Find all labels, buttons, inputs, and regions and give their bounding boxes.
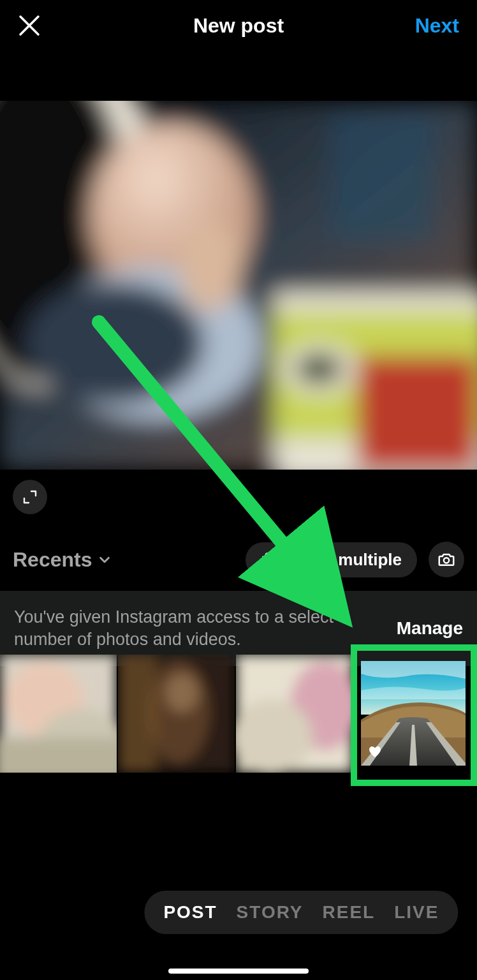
post-mode-selector: POST STORY REEL LIVE bbox=[144, 891, 458, 934]
svg-rect-3 bbox=[357, 356, 477, 470]
favorite-icon bbox=[367, 744, 383, 759]
header: New post Next bbox=[0, 0, 477, 51]
thumb-4[interactable] bbox=[361, 661, 466, 766]
svg-point-10 bbox=[26, 283, 204, 404]
mode-reel[interactable]: REEL bbox=[323, 902, 376, 923]
manage-access-button[interactable]: Manage bbox=[397, 618, 463, 639]
select-multiple-label: Select multiple bbox=[285, 550, 402, 570]
svg-point-5 bbox=[295, 353, 343, 385]
mode-live[interactable]: LIVE bbox=[394, 902, 439, 923]
camera-button[interactable] bbox=[429, 542, 464, 577]
thumb-1[interactable] bbox=[0, 655, 117, 773]
svg-point-22 bbox=[165, 674, 198, 712]
expand-crop-button[interactable] bbox=[13, 480, 47, 514]
svg-point-11 bbox=[180, 222, 241, 311]
svg-rect-21 bbox=[118, 655, 156, 773]
album-selector[interactable]: Recents bbox=[13, 548, 112, 572]
close-icon bbox=[18, 14, 41, 37]
photo-grid bbox=[0, 655, 477, 773]
thumb-2[interactable] bbox=[118, 655, 235, 773]
expand-icon bbox=[22, 489, 38, 505]
limited-access-text: You've given Instagram access to a selec… bbox=[14, 606, 371, 651]
album-label: Recents bbox=[13, 548, 92, 572]
home-indicator bbox=[168, 969, 309, 974]
close-button[interactable] bbox=[14, 10, 45, 41]
next-button[interactable]: Next bbox=[415, 14, 459, 38]
mode-post[interactable]: POST bbox=[163, 902, 217, 923]
picker-toolbar: Recents Select multiple bbox=[0, 540, 477, 579]
mode-story[interactable]: STORY bbox=[237, 902, 304, 923]
camera-icon bbox=[437, 550, 456, 569]
page-title: New post bbox=[193, 14, 284, 38]
selected-photo-preview[interactable] bbox=[0, 101, 477, 470]
stack-icon bbox=[261, 551, 277, 568]
thumb-3[interactable] bbox=[236, 655, 353, 773]
chevron-down-icon bbox=[98, 553, 112, 567]
select-multiple-button[interactable]: Select multiple bbox=[246, 542, 418, 577]
svg-rect-12 bbox=[332, 114, 434, 241]
svg-rect-13 bbox=[265, 553, 275, 563]
svg-point-14 bbox=[444, 558, 449, 563]
svg-rect-18 bbox=[0, 738, 117, 773]
